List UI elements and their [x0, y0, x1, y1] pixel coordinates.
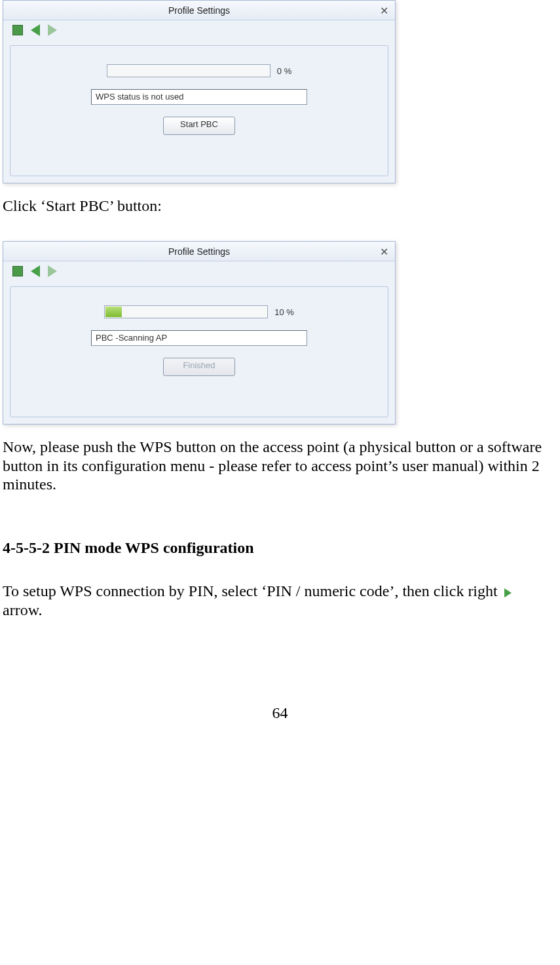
instruction-pin-mode-b: arrow. — [3, 601, 42, 618]
progress-percent: 0 % — [277, 66, 291, 76]
progress-percent: 10 % — [274, 307, 294, 317]
dialog-toolbar — [3, 20, 395, 45]
dialog-toolbar — [3, 261, 395, 286]
section-heading: 4-5-5-2 PIN mode WPS configuration — [3, 539, 557, 557]
instruction-push-wps: Now, please push the WPS button on the a… — [3, 438, 557, 493]
profile-settings-dialog-2: Profile Settings ✕ 10 % PBC -Scanning AP… — [3, 241, 396, 425]
dialog-titlebar: Profile Settings ✕ — [3, 1, 395, 20]
instruction-start-pbc: Click ‘Start PBC’ button: — [3, 197, 557, 215]
progress-bar — [104, 305, 268, 318]
wps-status-field: PBC -Scanning AP — [91, 330, 307, 346]
arrow-right-icon[interactable] — [48, 24, 57, 36]
finished-button[interactable]: Finished — [163, 358, 235, 376]
dialog-title: Profile Settings — [168, 246, 230, 257]
arrow-left-icon[interactable] — [31, 265, 40, 277]
stop-icon[interactable] — [12, 25, 23, 35]
arrow-right-icon — [504, 588, 512, 597]
dialog-panel: 10 % PBC -Scanning AP Finished — [10, 286, 388, 417]
profile-settings-dialog-1: Profile Settings ✕ 0 % WPS status is not… — [3, 0, 396, 183]
arrow-right-icon[interactable] — [48, 265, 57, 277]
wps-status-field: WPS status is not used — [91, 89, 307, 105]
progress-row: 10 % — [104, 305, 294, 318]
stop-icon[interactable] — [12, 266, 23, 276]
dialog-title: Profile Settings — [168, 5, 230, 16]
page-number: 64 — [0, 704, 560, 722]
instruction-pin-mode-a: To setup WPS connection by PIN, select ‘… — [3, 582, 502, 599]
progress-fill — [105, 307, 122, 317]
progress-bar — [107, 64, 271, 77]
instruction-pin-mode: To setup WPS connection by PIN, select ‘… — [3, 582, 557, 619]
dialog-panel: 0 % WPS status is not used Start PBC — [10, 45, 388, 176]
dialog-titlebar: Profile Settings ✕ — [3, 242, 395, 261]
arrow-left-icon[interactable] — [31, 24, 40, 36]
start-pbc-button[interactable]: Start PBC — [163, 117, 235, 135]
progress-row: 0 % — [107, 64, 291, 77]
close-icon[interactable]: ✕ — [380, 5, 388, 17]
close-icon[interactable]: ✕ — [380, 246, 388, 258]
